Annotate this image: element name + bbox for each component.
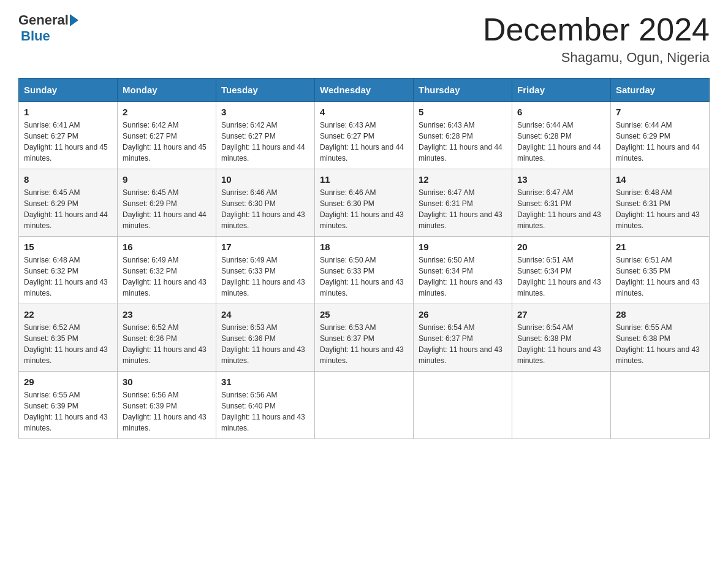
- day-number: 26: [419, 309, 507, 320]
- day-number: 8: [24, 174, 112, 185]
- calendar-cell: 20Sunrise: 6:51 AMSunset: 6:34 PMDayligh…: [512, 237, 611, 304]
- day-number: 16: [123, 242, 211, 252]
- day-info: Sunrise: 6:50 AMSunset: 6:34 PMDaylight:…: [419, 255, 507, 299]
- calendar-cell: 31Sunrise: 6:56 AMSunset: 6:40 PMDayligh…: [216, 372, 315, 439]
- day-number: 20: [517, 242, 605, 252]
- calendar-cell: 26Sunrise: 6:54 AMSunset: 6:37 PMDayligh…: [414, 304, 512, 372]
- day-info: Sunrise: 6:56 AMSunset: 6:39 PMDaylight:…: [123, 389, 211, 434]
- day-number: 18: [320, 242, 408, 252]
- day-number: 12: [419, 174, 507, 185]
- calendar-cell: [315, 372, 414, 439]
- day-info: Sunrise: 6:48 AMSunset: 6:32 PMDaylight:…: [24, 255, 112, 299]
- logo: General Blue: [18, 12, 78, 44]
- calendar-cell: 25Sunrise: 6:53 AMSunset: 6:37 PMDayligh…: [315, 304, 414, 372]
- day-number: 21: [616, 242, 704, 252]
- day-number: 29: [24, 377, 112, 387]
- day-info: Sunrise: 6:51 AMSunset: 6:34 PMDaylight:…: [517, 255, 605, 299]
- calendar-body: 1Sunrise: 6:41 AMSunset: 6:27 PMDaylight…: [19, 102, 710, 439]
- calendar-cell: [611, 372, 710, 439]
- page-header: General Blue December 2024 Shagamu, Ogun…: [18, 12, 710, 66]
- day-number: 31: [221, 377, 309, 387]
- calendar-cell: 30Sunrise: 6:56 AMSunset: 6:39 PMDayligh…: [118, 372, 216, 439]
- calendar-cell: [414, 372, 512, 439]
- calendar-title: December 2024: [483, 12, 710, 47]
- day-number: 27: [517, 309, 605, 320]
- header-cell-monday: Monday: [118, 79, 216, 102]
- calendar-cell: 23Sunrise: 6:52 AMSunset: 6:36 PMDayligh…: [118, 304, 216, 372]
- day-number: 6: [517, 107, 605, 117]
- header-row: SundayMondayTuesdayWednesdayThursdayFrid…: [19, 79, 710, 102]
- calendar-subtitle: Shagamu, Ogun, Nigeria: [483, 50, 710, 66]
- calendar-cell: 5Sunrise: 6:43 AMSunset: 6:28 PMDaylight…: [414, 102, 512, 169]
- day-info: Sunrise: 6:53 AMSunset: 6:37 PMDaylight:…: [320, 322, 408, 366]
- logo-blue-text: Blue: [21, 28, 50, 44]
- day-info: Sunrise: 6:45 AMSunset: 6:29 PMDaylight:…: [24, 187, 112, 231]
- day-info: Sunrise: 6:47 AMSunset: 6:31 PMDaylight:…: [419, 187, 507, 231]
- calendar-week-3: 15Sunrise: 6:48 AMSunset: 6:32 PMDayligh…: [19, 237, 710, 304]
- day-number: 7: [616, 107, 704, 117]
- day-info: Sunrise: 6:49 AMSunset: 6:33 PMDaylight:…: [221, 255, 309, 299]
- calendar-cell: 10Sunrise: 6:46 AMSunset: 6:30 PMDayligh…: [216, 169, 315, 237]
- calendar-cell: 24Sunrise: 6:53 AMSunset: 6:36 PMDayligh…: [216, 304, 315, 372]
- calendar-week-1: 1Sunrise: 6:41 AMSunset: 6:27 PMDaylight…: [19, 102, 710, 169]
- calendar-cell: 4Sunrise: 6:43 AMSunset: 6:27 PMDaylight…: [315, 102, 414, 169]
- calendar-cell: 19Sunrise: 6:50 AMSunset: 6:34 PMDayligh…: [414, 237, 512, 304]
- calendar-cell: 8Sunrise: 6:45 AMSunset: 6:29 PMDaylight…: [19, 169, 118, 237]
- day-info: Sunrise: 6:55 AMSunset: 6:39 PMDaylight:…: [24, 389, 112, 434]
- day-info: Sunrise: 6:55 AMSunset: 6:38 PMDaylight:…: [616, 322, 704, 366]
- header-cell-friday: Friday: [512, 79, 611, 102]
- day-number: 25: [320, 309, 408, 320]
- day-number: 24: [221, 309, 309, 320]
- day-number: 13: [517, 174, 605, 185]
- header-cell-thursday: Thursday: [414, 79, 512, 102]
- day-number: 11: [320, 174, 408, 185]
- day-info: Sunrise: 6:42 AMSunset: 6:27 PMDaylight:…: [123, 120, 211, 164]
- calendar-header: SundayMondayTuesdayWednesdayThursdayFrid…: [19, 79, 710, 102]
- calendar-cell: 3Sunrise: 6:42 AMSunset: 6:27 PMDaylight…: [216, 102, 315, 169]
- calendar-cell: 11Sunrise: 6:46 AMSunset: 6:30 PMDayligh…: [315, 169, 414, 237]
- header-cell-sunday: Sunday: [19, 79, 118, 102]
- day-info: Sunrise: 6:43 AMSunset: 6:27 PMDaylight:…: [320, 120, 408, 164]
- day-info: Sunrise: 6:56 AMSunset: 6:40 PMDaylight:…: [221, 389, 309, 434]
- header-cell-saturday: Saturday: [611, 79, 710, 102]
- day-info: Sunrise: 6:52 AMSunset: 6:36 PMDaylight:…: [123, 322, 211, 366]
- header-cell-wednesday: Wednesday: [315, 79, 414, 102]
- day-info: Sunrise: 6:44 AMSunset: 6:28 PMDaylight:…: [517, 120, 605, 164]
- day-number: 17: [221, 242, 309, 252]
- calendar-cell: 9Sunrise: 6:45 AMSunset: 6:29 PMDaylight…: [118, 169, 216, 237]
- calendar-cell: 18Sunrise: 6:50 AMSunset: 6:33 PMDayligh…: [315, 237, 414, 304]
- calendar-cell: 12Sunrise: 6:47 AMSunset: 6:31 PMDayligh…: [414, 169, 512, 237]
- day-info: Sunrise: 6:51 AMSunset: 6:35 PMDaylight:…: [616, 255, 704, 299]
- day-info: Sunrise: 6:44 AMSunset: 6:29 PMDaylight:…: [616, 120, 704, 164]
- day-info: Sunrise: 6:41 AMSunset: 6:27 PMDaylight:…: [24, 120, 112, 164]
- calendar-cell: 14Sunrise: 6:48 AMSunset: 6:31 PMDayligh…: [611, 169, 710, 237]
- day-number: 3: [221, 107, 309, 117]
- day-number: 30: [123, 377, 211, 387]
- day-number: 19: [419, 242, 507, 252]
- logo-arrow-icon: [70, 14, 78, 26]
- day-info: Sunrise: 6:46 AMSunset: 6:30 PMDaylight:…: [221, 187, 309, 231]
- calendar-cell: 21Sunrise: 6:51 AMSunset: 6:35 PMDayligh…: [611, 237, 710, 304]
- day-info: Sunrise: 6:46 AMSunset: 6:30 PMDaylight:…: [320, 187, 408, 231]
- header-cell-tuesday: Tuesday: [216, 79, 315, 102]
- calendar-cell: 1Sunrise: 6:41 AMSunset: 6:27 PMDaylight…: [19, 102, 118, 169]
- calendar-cell: 22Sunrise: 6:52 AMSunset: 6:35 PMDayligh…: [19, 304, 118, 372]
- calendar-cell: 13Sunrise: 6:47 AMSunset: 6:31 PMDayligh…: [512, 169, 611, 237]
- day-info: Sunrise: 6:54 AMSunset: 6:37 PMDaylight:…: [419, 322, 507, 366]
- calendar-table: SundayMondayTuesdayWednesdayThursdayFrid…: [18, 78, 710, 439]
- day-number: 28: [616, 309, 704, 320]
- day-number: 1: [24, 107, 112, 117]
- day-info: Sunrise: 6:47 AMSunset: 6:31 PMDaylight:…: [517, 187, 605, 231]
- day-number: 23: [123, 309, 211, 320]
- day-number: 14: [616, 174, 704, 185]
- calendar-cell: 28Sunrise: 6:55 AMSunset: 6:38 PMDayligh…: [611, 304, 710, 372]
- day-number: 2: [123, 107, 211, 117]
- day-number: 4: [320, 107, 408, 117]
- day-info: Sunrise: 6:52 AMSunset: 6:35 PMDaylight:…: [24, 322, 112, 366]
- day-number: 9: [123, 174, 211, 185]
- day-info: Sunrise: 6:53 AMSunset: 6:36 PMDaylight:…: [221, 322, 309, 366]
- day-info: Sunrise: 6:42 AMSunset: 6:27 PMDaylight:…: [221, 120, 309, 164]
- day-info: Sunrise: 6:45 AMSunset: 6:29 PMDaylight:…: [123, 187, 211, 231]
- calendar-cell: 15Sunrise: 6:48 AMSunset: 6:32 PMDayligh…: [19, 237, 118, 304]
- calendar-cell: 17Sunrise: 6:49 AMSunset: 6:33 PMDayligh…: [216, 237, 315, 304]
